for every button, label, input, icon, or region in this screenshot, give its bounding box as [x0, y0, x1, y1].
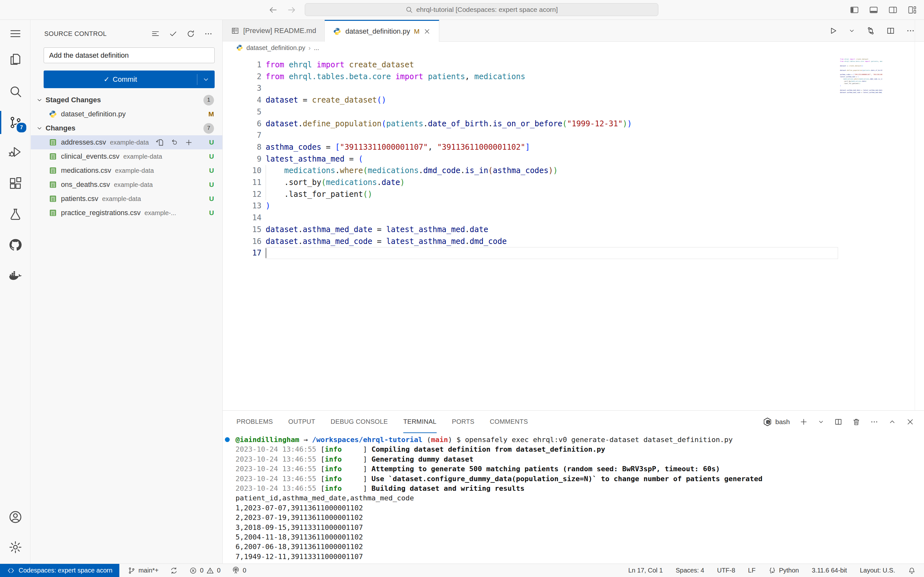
kill-terminal-icon[interactable]: [852, 418, 861, 426]
breadcrumb-symbol[interactable]: ...: [314, 44, 319, 52]
commit-dropdown-button[interactable]: [197, 76, 215, 83]
line-number: 16: [223, 235, 262, 247]
navigate-forward-icon[interactable]: [287, 5, 296, 15]
more-actions-icon[interactable]: [870, 418, 879, 426]
problems-status[interactable]: 00: [189, 567, 220, 574]
status-cursor-position[interactable]: Ln 17, Col 1: [628, 567, 663, 574]
more-actions-icon[interactable]: [906, 26, 915, 35]
activity-item-menu[interactable]: [0, 25, 31, 43]
commit-button-main[interactable]: ✓ Commit: [44, 75, 197, 84]
activity-item-docker[interactable]: [0, 267, 31, 285]
activity-item-explorer[interactable]: [0, 50, 31, 68]
run-dropdown-icon[interactable]: [848, 27, 855, 34]
scm-file-row[interactable]: dataset_definition.pyM: [31, 107, 222, 121]
scm-file-row[interactable]: patients.csvexample-dataU: [31, 192, 222, 206]
scm-file-row[interactable]: addresses.csvexample-dataU: [31, 135, 222, 149]
status-indentation[interactable]: Spaces: 4: [676, 567, 704, 574]
activity-item-accounts[interactable]: [0, 508, 31, 526]
panel-tab-problems[interactable]: PROBLEMS: [236, 411, 273, 433]
activity-item-settings[interactable]: [0, 538, 31, 556]
sync-icon: [170, 567, 178, 574]
editor-tab--preview-readme-md[interactable]: [Preview] README.md: [223, 20, 325, 42]
minimap[interactable]: from ehrql import create_datasetfrom ehr…: [840, 58, 882, 96]
current-line-highlight: [266, 247, 838, 259]
commit-button[interactable]: ✓ Commit: [44, 71, 215, 88]
activity-item-github[interactable]: [0, 236, 31, 254]
toggle-panel-icon[interactable]: [869, 5, 879, 15]
status-python-interpreter[interactable]: 3.11.6 64-bit: [812, 567, 847, 574]
sync-status[interactable]: [170, 567, 178, 574]
git-status-untracked: U: [209, 167, 214, 174]
panel-tab-output[interactable]: OUTPUT: [288, 411, 315, 433]
terminal-line: 6,2007-06-18,39113611000001102: [236, 542, 916, 552]
panel-tab-terminal[interactable]: TERMINAL: [403, 411, 437, 433]
file-name: clinical_events.csv: [61, 152, 120, 161]
activity-item-run-and-debug[interactable]: [0, 143, 31, 161]
customize-layout-icon[interactable]: [907, 5, 917, 15]
stage-changes-icon[interactable]: [185, 139, 193, 147]
view-as-list-icon[interactable]: [151, 29, 160, 38]
maximize-panel-icon[interactable]: [888, 418, 897, 426]
scm-file-row[interactable]: clinical_events.csvexample-dataU: [31, 149, 222, 163]
branch-status[interactable]: main*+: [128, 567, 158, 574]
editor-tab-dataset-definition-py[interactable]: dataset_definition.pyM: [325, 20, 439, 42]
code-line: ): [266, 200, 270, 212]
navigate-back-icon[interactable]: [268, 5, 278, 15]
breadcrumb-file[interactable]: dataset_definition.py: [246, 44, 305, 52]
commit-message-input[interactable]: [44, 47, 215, 63]
close-panel-icon[interactable]: [906, 418, 914, 426]
toggle-secondary-sidebar-icon[interactable]: [888, 5, 898, 15]
new-terminal-icon[interactable]: [800, 418, 808, 426]
remote-indicator[interactable]: Codespaces: expert space acorn: [0, 564, 120, 577]
activity-item-search[interactable]: [0, 82, 31, 100]
run-python-file-icon[interactable]: [829, 26, 837, 35]
open-file-icon[interactable]: [156, 139, 164, 147]
close-tab-icon[interactable]: [423, 28, 431, 35]
line-number: 12: [223, 189, 262, 200]
split-editor-icon[interactable]: [886, 26, 895, 35]
activity-item-extensions[interactable]: [0, 175, 31, 193]
panel-tab-comments[interactable]: COMMENTS: [490, 411, 528, 433]
toggle-primary-sidebar-icon[interactable]: [850, 5, 859, 15]
activity-item-testing[interactable]: [0, 205, 31, 223]
breadcrumb[interactable]: dataset_definition.py › ...: [223, 42, 924, 54]
commit-icon[interactable]: [169, 29, 178, 38]
terminal-line: 3,2018-09-15,39113311000001107: [236, 523, 916, 532]
branch-name: main*+: [138, 567, 158, 574]
terminal-line: 2023-10-24 13:46:55 [info ] Building dat…: [236, 484, 916, 493]
terminal-output[interactable]: @iaindillingham → /workspaces/ehrql-tuto…: [236, 435, 916, 562]
line-number: 1: [223, 59, 262, 71]
scm-section-header[interactable]: Changes7: [31, 121, 222, 135]
panel-tab-debug-console[interactable]: DEBUG CONSOLE: [331, 411, 388, 433]
scm-section-header[interactable]: Staged Changes1: [31, 93, 222, 107]
status-language-mode[interactable]: Python: [768, 567, 799, 574]
activity-item-source-control[interactable]: 7: [0, 113, 31, 131]
modified-badge: M: [414, 27, 420, 35]
scm-file-row[interactable]: ons_deaths.csvexample-dataU: [31, 177, 222, 192]
accounts-icon: [8, 510, 23, 524]
panel-tab-ports[interactable]: PORTS: [452, 411, 475, 433]
open-changes-icon[interactable]: [866, 26, 875, 35]
file-name: medications.csv: [61, 166, 111, 175]
scm-badge: 7: [16, 122, 27, 133]
command-center[interactable]: ehrql-tutorial [Codespaces: expert space…: [305, 3, 658, 16]
launch-profile-dropdown-icon[interactable]: [817, 418, 825, 425]
ports-status[interactable]: 0: [232, 567, 246, 574]
tab-label: [Preview] README.md: [243, 27, 316, 35]
file-name: patients.csv: [61, 195, 98, 203]
status-keyboard-layout[interactable]: Layout: U.S.: [860, 567, 895, 574]
code-editor[interactable]: 1234567891011121314151617 from ehrql imp…: [223, 54, 924, 410]
terminal-line: 2023-10-24 13:46:55 [info ] Use `dataset…: [236, 474, 916, 484]
terminal-instance[interactable]: $,bash: [762, 417, 790, 427]
status-notifications[interactable]: [908, 567, 916, 574]
status-encoding[interactable]: UTF-8: [717, 567, 735, 574]
refresh-icon[interactable]: [186, 29, 195, 38]
more-actions-icon[interactable]: [204, 29, 213, 38]
split-terminal-icon[interactable]: [834, 418, 843, 426]
command-decoration[interactable]: [225, 437, 230, 442]
sidebar-title: SOURCE CONTROL: [44, 30, 151, 37]
discard-changes-icon[interactable]: [170, 139, 178, 147]
scm-file-row[interactable]: practice_registrations.csvexample-...U: [31, 206, 222, 220]
status-end-of-line[interactable]: LF: [748, 567, 756, 574]
scm-file-row[interactable]: medications.csvexample-dataU: [31, 163, 222, 177]
